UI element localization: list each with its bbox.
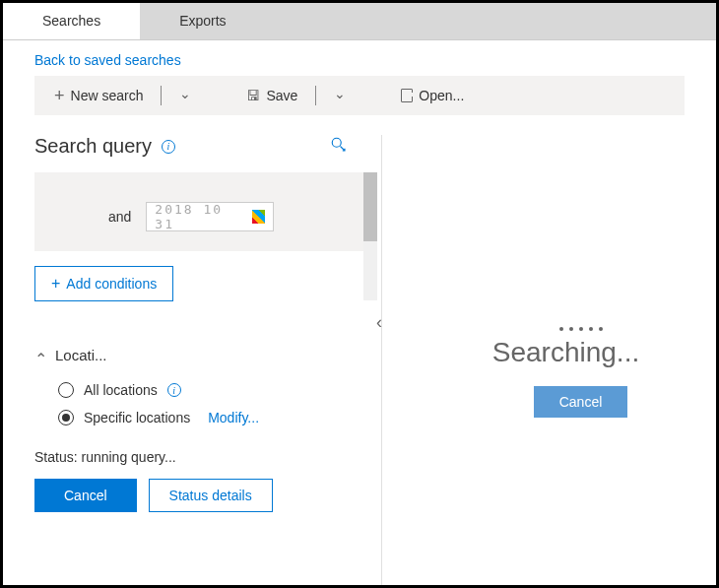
status-details-button[interactable]: Status details <box>149 479 273 512</box>
locations-header[interactable]: Locati... <box>34 346 377 364</box>
open-button[interactable]: Open... <box>401 88 464 103</box>
locations-section: Locati... All locations i Specific locat… <box>34 346 377 431</box>
new-search-label: New search <box>71 88 144 103</box>
all-locations-option[interactable]: All locations i <box>34 376 377 404</box>
status-value: running query... <box>81 449 175 465</box>
content-area: Search query i and 2018 10 31 + Add cond… <box>3 135 716 588</box>
scrollbar-track[interactable] <box>363 172 377 300</box>
locations-header-label: Locati... <box>55 347 107 363</box>
loading-dots-icon <box>500 327 603 331</box>
new-search-button[interactable]: New search <box>54 86 143 106</box>
add-conditions-label: Add conditions <box>66 276 157 292</box>
specific-locations-label: Specific locations <box>84 410 190 425</box>
open-icon <box>401 89 413 102</box>
vertical-divider <box>381 135 382 588</box>
panel-title-text: Search query <box>34 135 152 158</box>
radio-selected-icon <box>58 410 74 425</box>
status-label: Status: <box>34 449 78 465</box>
plus-icon <box>54 86 65 106</box>
chevron-down-icon[interactable] <box>334 88 346 103</box>
save-icon <box>246 88 260 103</box>
date-input[interactable]: 2018 10 31 <box>146 202 274 231</box>
info-icon[interactable]: i <box>167 383 181 397</box>
collapse-caret-icon[interactable]: ‹ <box>376 312 382 333</box>
svg-point-0 <box>332 138 341 147</box>
tab-bar: Searches Exports <box>3 3 716 40</box>
search-query-title: Search query i <box>34 135 175 158</box>
cancel-button[interactable]: Cancel <box>34 479 137 512</box>
chevron-up-icon <box>34 346 47 364</box>
toolbar: New search Save Open... <box>34 76 685 115</box>
tab-exports[interactable]: Exports <box>140 3 265 39</box>
language-icon[interactable] <box>330 136 348 158</box>
all-locations-label: All locations <box>84 382 158 398</box>
right-panel: ‹ Searching... Cancel <box>386 135 716 588</box>
modify-link[interactable]: Modify... <box>208 410 259 425</box>
scrollbar-thumb[interactable] <box>363 172 377 241</box>
and-operator-label: and <box>108 209 131 225</box>
chevron-down-icon[interactable] <box>179 88 191 103</box>
open-label: Open... <box>419 88 464 103</box>
tab-searches[interactable]: Searches <box>3 3 140 39</box>
radio-unselected-icon <box>58 382 74 398</box>
save-button[interactable]: Save <box>246 88 297 103</box>
info-icon[interactable]: i <box>162 140 175 154</box>
query-condition-box: and 2018 10 31 <box>34 172 369 251</box>
add-conditions-button[interactable]: + Add conditions <box>34 266 173 301</box>
calendar-icon[interactable] <box>252 210 265 224</box>
status-row: Status: running query... <box>34 449 377 465</box>
searching-text: Searching... <box>463 337 639 368</box>
toolbar-separator <box>315 86 316 105</box>
date-value: 2018 10 31 <box>155 202 248 231</box>
plus-icon: + <box>51 275 60 293</box>
toolbar-separator <box>161 86 162 105</box>
left-panel: Search query i and 2018 10 31 + Add cond… <box>3 135 377 588</box>
specific-locations-option[interactable]: Specific locations Modify... <box>34 404 377 431</box>
back-to-saved-searches-link[interactable]: Back to saved searches <box>3 40 181 76</box>
save-label: Save <box>266 88 297 103</box>
cancel-search-button[interactable]: Cancel <box>534 386 628 418</box>
